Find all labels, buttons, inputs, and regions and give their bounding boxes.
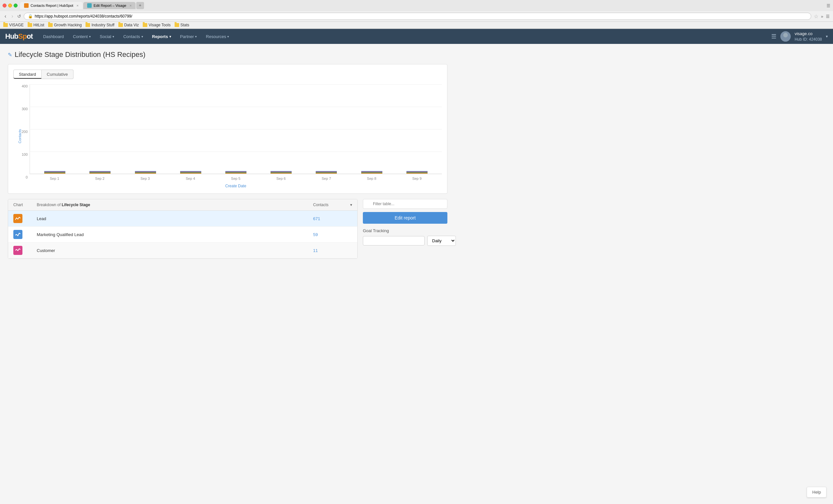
lead-chart-icon bbox=[13, 214, 22, 223]
bookmark-label: VISAGE bbox=[9, 23, 24, 27]
bookmark-stats[interactable]: Stats bbox=[174, 23, 189, 27]
main-content: ✎ Lifecycle Stage Distribution (HS Recip… bbox=[0, 44, 455, 265]
window-controls bbox=[3, 4, 18, 7]
column-header-contacts: Contacts ▾ bbox=[313, 202, 352, 207]
nav-label: Content bbox=[73, 34, 88, 39]
hubspot-logo[interactable]: HubSpot bbox=[5, 32, 33, 41]
folder-icon bbox=[28, 23, 32, 27]
bookmark-visage[interactable]: VISAGE bbox=[3, 23, 24, 27]
x-label: Sep 1 bbox=[33, 176, 76, 181]
x-axis-label: Create Date bbox=[30, 184, 442, 188]
tab-close-button[interactable]: × bbox=[76, 4, 78, 7]
chart-tab-cumulative[interactable]: Cumulative bbox=[42, 70, 73, 79]
nav-reports[interactable]: Reports ▾ bbox=[148, 29, 175, 44]
x-label: Sep 2 bbox=[78, 176, 121, 181]
tab-edit-report[interactable]: Edit Report – Visage × bbox=[83, 2, 136, 9]
bookmark-label: HitList bbox=[33, 23, 44, 27]
hubspot-favicon bbox=[24, 3, 29, 8]
tab-close-button[interactable]: × bbox=[129, 4, 132, 7]
folder-icon bbox=[174, 23, 179, 27]
filter-table-input[interactable] bbox=[363, 199, 447, 209]
refresh-button[interactable]: ↺ bbox=[17, 14, 21, 19]
customer-value[interactable]: 11 bbox=[313, 248, 352, 253]
bar-chart: Contacts 400 300 200 100 0 bbox=[13, 84, 442, 188]
minimize-window-button[interactable] bbox=[8, 4, 12, 7]
bookmark-label: Data Viz bbox=[124, 23, 139, 27]
folder-icon bbox=[3, 23, 8, 27]
hamburger-menu-icon[interactable]: ☰ bbox=[771, 33, 777, 40]
frequency-select[interactable]: Daily Weekly Monthly bbox=[427, 236, 456, 246]
nav-label: Reports bbox=[152, 34, 168, 39]
x-label: Sep 4 bbox=[169, 176, 212, 181]
browser-menu-button[interactable]: ☰ bbox=[826, 14, 830, 19]
ssl-icon: 🔒 bbox=[28, 14, 33, 19]
nav-social[interactable]: Social ▾ bbox=[96, 29, 118, 44]
bookmark-data-viz[interactable]: Data Viz bbox=[118, 23, 139, 27]
bookmark-label: Industry Stuff bbox=[91, 23, 114, 27]
url-display: https://app.hubspot.com/reports/424038/c… bbox=[35, 14, 132, 19]
folder-icon bbox=[48, 23, 53, 27]
user-hub-id: Hub ID: 424038 bbox=[795, 37, 822, 42]
lead-value[interactable]: 671 bbox=[313, 216, 352, 221]
svg-point-1 bbox=[782, 39, 789, 42]
bookmark-industry-stuff[interactable]: Industry Stuff bbox=[86, 23, 114, 27]
lead-label: Lead bbox=[37, 216, 309, 221]
new-tab-button[interactable]: + bbox=[136, 2, 144, 9]
x-label: Sep 9 bbox=[395, 176, 438, 181]
page-title: Lifecycle Stage Distribution (HS Recipes… bbox=[15, 50, 145, 59]
nav-resources[interactable]: Resources ▾ bbox=[202, 29, 233, 44]
y-axis-label: Contacts bbox=[18, 129, 22, 143]
bookmark-label: Visage Tools bbox=[149, 23, 171, 27]
nav-content[interactable]: Content ▾ bbox=[69, 29, 95, 44]
y-label-300: 300 bbox=[22, 107, 28, 111]
sort-icon[interactable]: ▾ bbox=[350, 202, 352, 207]
bookmarks-bar: VISAGE HitList Growth Hacking Industry S… bbox=[0, 22, 833, 29]
chart-tab-standard[interactable]: Standard bbox=[13, 70, 42, 79]
bookmark-visage-tools[interactable]: Visage Tools bbox=[143, 23, 171, 27]
extensions-icon[interactable]: » bbox=[821, 14, 823, 19]
maximize-window-button[interactable] bbox=[14, 4, 18, 7]
x-label: Sep 7 bbox=[305, 176, 348, 181]
close-window-button[interactable] bbox=[3, 4, 6, 7]
browser-navigation-bar: ‹ › ↺ 🔒 https://app.hubspot.com/reports/… bbox=[0, 11, 833, 22]
forward-button[interactable]: › bbox=[10, 13, 14, 20]
edit-title-icon[interactable]: ✎ bbox=[8, 52, 12, 58]
bookmark-growth-hacking[interactable]: Growth Hacking bbox=[48, 23, 81, 27]
browser-titlebar: Contacts Report | HubSpot × Edit Report … bbox=[0, 0, 833, 11]
nav-label: Partner bbox=[180, 34, 194, 39]
dropdown-arrow-icon: ▾ bbox=[141, 35, 143, 39]
svg-point-0 bbox=[783, 33, 788, 38]
nav-label: Dashboard bbox=[43, 34, 64, 39]
back-button[interactable]: ‹ bbox=[3, 13, 7, 20]
x-labels: Sep 1Sep 2Sep 3Sep 4Sep 5Sep 6Sep 7Sep 8… bbox=[30, 174, 442, 183]
edit-report-button[interactable]: Edit report bbox=[363, 212, 447, 224]
address-bar[interactable]: 🔒 https://app.hubspot.com/reports/424038… bbox=[24, 13, 811, 20]
dropdown-arrow-icon: ▾ bbox=[89, 35, 91, 39]
nav-partner[interactable]: Partner ▾ bbox=[176, 29, 201, 44]
bookmark-star-button[interactable]: ☆ bbox=[814, 13, 818, 20]
tab-contacts-report[interactable]: Contacts Report | HubSpot × bbox=[20, 2, 82, 9]
report-sidebar: 🔍 Edit report Goal Tracking Daily Weekly… bbox=[363, 199, 447, 259]
chart-container: Standard Cumulative Contacts 400 300 200… bbox=[8, 64, 447, 194]
column-header-breakdown: Breakdown of Lifecycle Stage bbox=[37, 202, 309, 207]
nav-contacts[interactable]: Contacts ▾ bbox=[119, 29, 147, 44]
user-info[interactable]: visage.co Hub ID: 424038 bbox=[795, 31, 822, 42]
goal-value-input[interactable] bbox=[363, 236, 425, 245]
dropdown-arrow-icon: ▾ bbox=[113, 35, 114, 39]
user-company: visage.co bbox=[795, 31, 822, 37]
column-header-chart: Chart bbox=[13, 202, 33, 207]
browser-menu-icon[interactable]: ☰ bbox=[827, 3, 830, 8]
user-dropdown-arrow-icon[interactable]: ▾ bbox=[826, 34, 828, 39]
tab-label: Contacts Report | HubSpot bbox=[30, 4, 73, 7]
bookmark-hitlist[interactable]: HitList bbox=[28, 23, 44, 27]
bottom-section: Chart Breakdown of Lifecycle Stage Conta… bbox=[8, 199, 447, 259]
mql-value[interactable]: 59 bbox=[313, 232, 352, 237]
user-avatar[interactable] bbox=[780, 31, 791, 42]
bookmark-label: Growth Hacking bbox=[54, 23, 81, 27]
nav-dashboard[interactable]: Dashboard bbox=[39, 29, 68, 44]
dropdown-arrow-icon: ▾ bbox=[227, 35, 229, 39]
dropdown-arrow-icon: ▾ bbox=[169, 35, 171, 39]
table-row-lead: Lead 671 bbox=[8, 211, 357, 226]
x-label: Sep 8 bbox=[350, 176, 393, 181]
x-label: Sep 6 bbox=[259, 176, 303, 181]
